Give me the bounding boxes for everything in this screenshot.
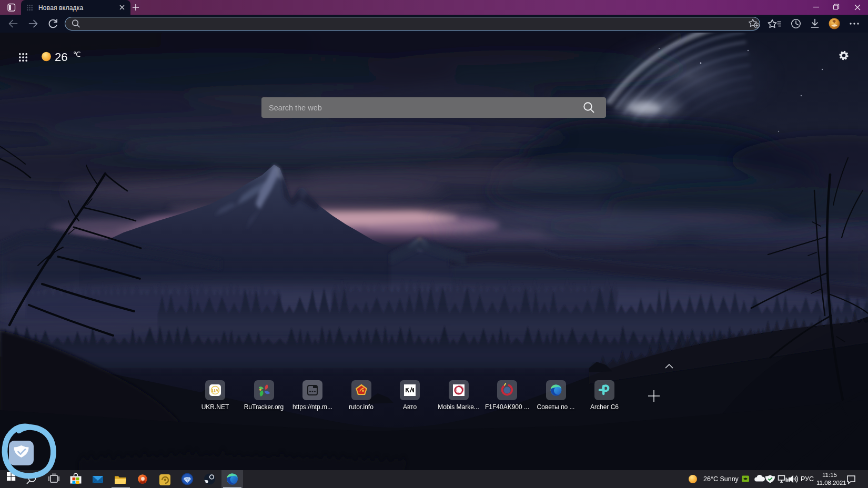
svg-text:UA: UA xyxy=(212,388,219,393)
